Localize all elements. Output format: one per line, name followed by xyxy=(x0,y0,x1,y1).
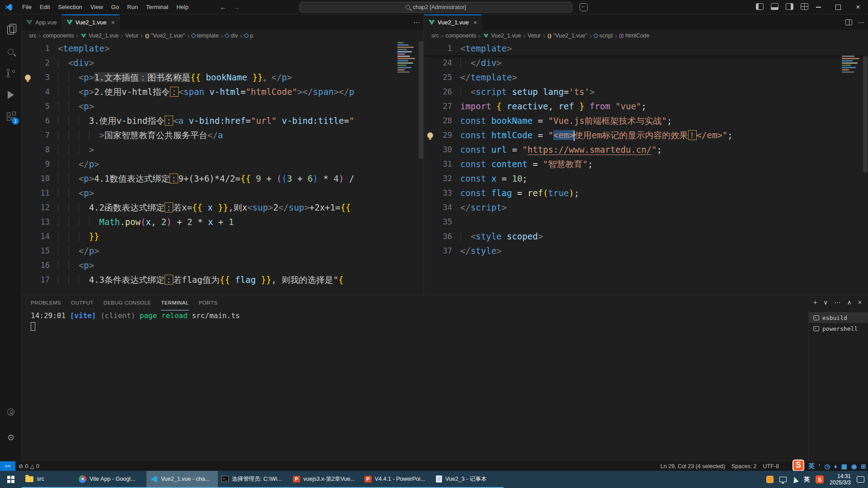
terminal-dropdown-icon[interactable]: ∨ xyxy=(823,299,828,306)
panel-tab-terminal[interactable]: TERMINAL xyxy=(161,295,189,310)
tab-Vue2_1.vue[interactable]: Vue2_1.vue× xyxy=(62,14,120,30)
tray-app-icon[interactable] xyxy=(766,476,774,483)
lightbulb-icon[interactable] xyxy=(25,75,31,80)
indentation-status[interactable]: Spaces: 2 xyxy=(728,463,760,469)
code-line[interactable]: 13 Math.pow(x, 2) + 2 * x + 1 xyxy=(22,215,424,229)
code-line[interactable]: 14 }} xyxy=(22,229,424,244)
ime-tool-icon-5[interactable]: ⊞ xyxy=(861,463,866,470)
menu-run[interactable]: Run xyxy=(123,2,142,12)
more-actions-icon[interactable]: ⋯ xyxy=(858,19,864,27)
editor-scrollbar[interactable] xyxy=(863,41,868,295)
code-line[interactable]: 3 <p>1.文本插值：图书名称是{{ bookName }}。</p> xyxy=(22,70,424,84)
lightbulb-icon[interactable] xyxy=(427,132,433,138)
ime-lang-icon[interactable]: 英 xyxy=(808,462,815,470)
nav-forward-icon[interactable]: → xyxy=(233,3,240,11)
maximize-panel-icon[interactable]: ∧ xyxy=(847,299,852,306)
code-area[interactable]: 1<template>2 <div>3 <p>1.文本插值：图书名称是{{ bo… xyxy=(22,41,424,295)
tray-pointer-icon[interactable] xyxy=(792,476,799,483)
breadcrumb-item-Vue21vue[interactable]: Vue2_1.vue xyxy=(483,33,521,39)
code-line[interactable]: 2 <div> xyxy=(22,56,424,70)
code-line[interactable]: 36 <style scoped> xyxy=(424,229,868,244)
code-area[interactable]: 24 </div>25</template>26 <script setup l… xyxy=(424,41,868,295)
panel-more-icon[interactable]: ⋯ xyxy=(835,299,841,306)
taskbar-item-cmd[interactable]: >_选择管理员: C:\Wi... xyxy=(218,471,289,488)
tab-close-icon[interactable]: × xyxy=(111,19,115,26)
ime-tool-icon-2[interactable]: ♦ xyxy=(834,463,837,470)
window-minimize-button[interactable] xyxy=(808,0,828,14)
code-line[interactable]: 16 <p> xyxy=(22,258,424,272)
toggle-secondary-sidebar-icon[interactable] xyxy=(786,3,793,10)
new-terminal-icon[interactable]: + xyxy=(813,299,817,306)
breadcrumb-item-components[interactable]: components xyxy=(43,33,74,39)
encoding-status[interactable]: UTF-8 xyxy=(760,463,782,469)
code-line[interactable]: 25</template> xyxy=(424,70,868,84)
code-line[interactable]: 29const htmlCode = "<em>使用em标记的显示内容的效果！<… xyxy=(424,128,868,142)
more-actions-icon[interactable]: ⋯ xyxy=(413,19,420,27)
breadcrumb-item-src[interactable]: src xyxy=(431,33,439,39)
code-line[interactable]: 6 3.使用v-bind指令：<a v-bind:href="url" v-bi… xyxy=(22,113,424,128)
taskbar-item-vscode[interactable]: Vue2_1.vue - cha... xyxy=(146,471,218,488)
code-line[interactable]: 33const flag = ref(true); xyxy=(424,186,868,200)
terminal-item-esbuild[interactable]: >_esbuild xyxy=(809,312,868,323)
ime-tool-icon-4[interactable]: ◉ xyxy=(851,463,857,470)
menu-file[interactable]: File xyxy=(18,2,36,12)
code-line[interactable]: 28const bookName = "Vue.js前端框架技术与实战"; xyxy=(424,113,868,128)
tab-close-icon[interactable]: × xyxy=(473,19,477,26)
code-line[interactable]: 4 <p>2.使用v-html指令：<span v-html="htmlCode… xyxy=(22,84,424,99)
code-line[interactable]: 32const x = 10; xyxy=(424,171,868,186)
panel-tab-debug-console[interactable]: DEBUG CONSOLE xyxy=(104,295,151,310)
code-line[interactable]: 8 > xyxy=(22,142,424,157)
toggle-panel-icon[interactable] xyxy=(771,3,778,10)
code-line[interactable]: 11 <p> xyxy=(22,186,424,200)
explorer-icon[interactable] xyxy=(0,19,22,41)
source-control-icon[interactable] xyxy=(0,62,22,84)
code-line[interactable]: 10 <p>4.1数值表达式绑定：9+(3+6)*4/2={{ 9 + ((3 … xyxy=(22,171,424,186)
scrollbar-thumb[interactable] xyxy=(419,41,423,159)
sogou-logo-icon[interactable]: S xyxy=(793,460,804,471)
menu-terminal[interactable]: Terminal xyxy=(142,2,172,12)
copilot-icon[interactable] xyxy=(580,3,588,11)
window-close-button[interactable]: × xyxy=(848,0,868,14)
breadcrumb-item-p[interactable]: p xyxy=(245,33,253,39)
code-line[interactable]: 17 4.3条件表达式绑定：若flag值为{{ flag }}, 则我的选择是"… xyxy=(22,272,424,287)
nav-back-icon[interactable]: ← xyxy=(220,3,226,11)
tray-ime-lang[interactable]: 英 xyxy=(804,475,810,483)
taskbar-item-ppt[interactable]: PV4.4.1 - PowerPoi... xyxy=(361,471,432,488)
account-icon[interactable] xyxy=(0,401,22,423)
code-line[interactable]: 24 </div> xyxy=(424,56,868,70)
code-line[interactable]: 31const content = "智慧教育"; xyxy=(424,157,868,171)
menu-view[interactable]: View xyxy=(86,2,107,12)
code-line[interactable]: 15 </p> xyxy=(22,244,424,258)
ime-tool-icon-3[interactable]: ▦ xyxy=(841,463,847,470)
notification-center-icon[interactable] xyxy=(857,476,864,483)
ime-tool-icon-1[interactable]: ◷ xyxy=(824,463,830,470)
code-line[interactable]: 1<template> xyxy=(22,41,424,56)
toggle-primary-sidebar-icon[interactable] xyxy=(756,3,764,10)
code-line[interactable]: 26 <script setup lang='ts'> xyxy=(424,84,868,99)
editor-scrollbar[interactable] xyxy=(418,41,424,295)
code-line[interactable]: 34</script> xyxy=(424,200,868,215)
taskbar-item-folder[interactable]: src xyxy=(22,471,75,488)
start-button[interactable] xyxy=(0,471,22,488)
minimap[interactable] xyxy=(396,41,418,295)
breadcrumb-item-src[interactable]: src xyxy=(29,33,37,39)
breadcrumb-item-div[interactable]: div xyxy=(225,33,238,39)
remote-indicator[interactable]: >< xyxy=(0,461,15,471)
taskbar-item-chrome[interactable]: Vite App - Googl... xyxy=(75,471,146,488)
code-line[interactable]: 27import { reactive, ref } from "vue"; xyxy=(424,99,868,113)
window-restore-button[interactable] xyxy=(828,0,848,14)
breadcrumb-item-Vue21vue[interactable]: {}"Vue2_1.vue" xyxy=(145,33,185,39)
terminal-item-powershell[interactable]: >_powershell xyxy=(809,323,868,334)
breadcrumb-item-Vetur[interactable]: Vetur xyxy=(528,33,541,39)
breadcrumb-item-Vue21vue[interactable]: Vue2_1.vue xyxy=(80,33,118,39)
run-debug-icon[interactable] xyxy=(0,84,22,106)
panel-tab-output[interactable]: OUTPUT xyxy=(71,295,94,310)
code-line[interactable]: 37</style> xyxy=(424,244,868,258)
minimap[interactable] xyxy=(841,41,863,295)
customize-layout-icon[interactable] xyxy=(801,3,808,10)
extensions-icon[interactable]: 3 xyxy=(0,106,22,127)
code-line[interactable]: 30const url = "https://www.smartedu.cn/"… xyxy=(424,142,868,157)
menu-go[interactable]: Go xyxy=(107,2,123,12)
breadcrumb-item-components[interactable]: components xyxy=(445,33,476,39)
menu-help[interactable]: Help xyxy=(172,2,193,12)
